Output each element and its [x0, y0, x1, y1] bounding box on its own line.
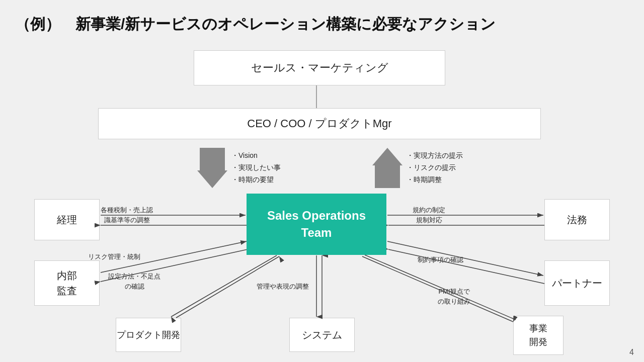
page-number: 4 [629, 348, 634, 357]
ceo-box: CEO / COO / プロダクトMgr [98, 108, 541, 139]
kakushu-label: 各種税制・売上認 識基準等の調整 [101, 205, 153, 225]
system-box: システム [289, 318, 355, 352]
jitsugen-label: ・実現方法の提示 ・リスクの提示 ・時期調整 [407, 150, 463, 186]
svg-line-13 [388, 249, 544, 284]
houmu-box: 法務 [544, 199, 610, 240]
risk-label: リスク管理・統制 [88, 252, 140, 261]
naibukansa-box: 内部 監査 [34, 260, 100, 306]
product-box: プロダクト開発 [116, 318, 181, 352]
page-title: （例） 新事業/新サービスのオペレーション構築に必要なアクション [15, 14, 496, 35]
kanri-label: 管理や表現の調整 [257, 282, 309, 292]
sot-box: Sales Operations Team [247, 194, 386, 255]
svg-line-12 [387, 241, 543, 276]
arrow-up-icon [372, 148, 403, 188]
partner-box: パートナー [544, 260, 610, 306]
keiri-box: 経理 [34, 199, 100, 240]
sales-marketing-box: セールス・マーケティング [194, 50, 445, 85]
slide: （例） 新事業/新サービスのオペレーション構築に必要なアクション セールス・マー… [0, 0, 644, 362]
svg-marker-0 [197, 148, 227, 188]
jigyou-box: 事業 開発 [513, 316, 564, 355]
svg-marker-1 [372, 148, 403, 188]
vision-label: ・Vision ・実現したい事 ・時期の要望 [231, 150, 281, 186]
arrow-down-icon [197, 148, 227, 188]
settei-label: 設定方法・不足点 の確認 [108, 272, 160, 291]
pmi-label: PMI観点で の取り組み [438, 287, 470, 306]
kitei-label: 規約の制定 規制対応 [413, 205, 445, 225]
sot-label: Sales Operations Team [267, 207, 366, 241]
seiyaku-label: 制約事項の確認 [418, 255, 463, 264]
